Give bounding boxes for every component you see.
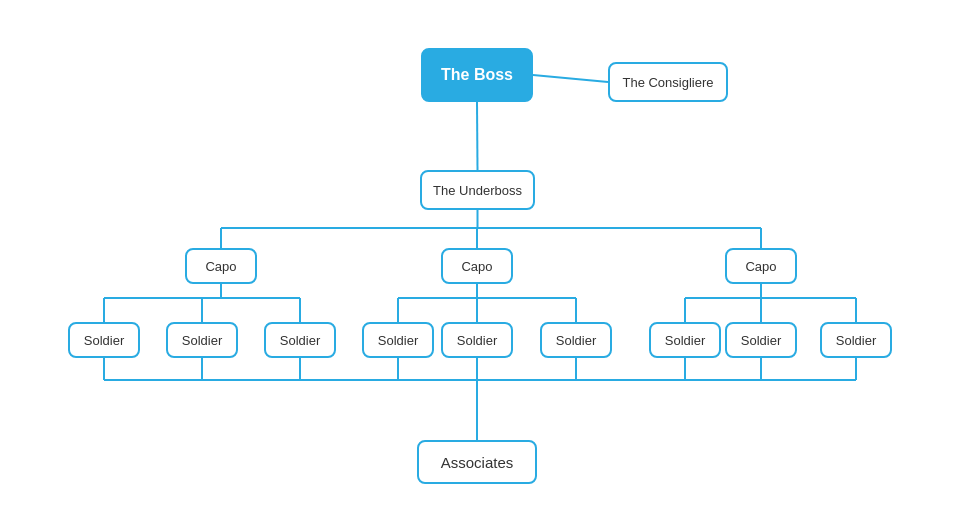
soldier-rm-node: Soldier: [725, 322, 797, 358]
capo-right-node: Capo: [725, 248, 797, 284]
capo-mid-node: Capo: [441, 248, 513, 284]
soldier-ml-node: Soldier: [362, 322, 434, 358]
svg-line-1: [477, 102, 478, 170]
soldier-rr-node: Soldier: [820, 322, 892, 358]
soldier-mm-node: Soldier: [441, 322, 513, 358]
consigliere-node: The Consigliere: [608, 62, 728, 102]
svg-line-0: [533, 75, 608, 82]
capo-left-node: Capo: [185, 248, 257, 284]
boss-node: The Boss: [421, 48, 533, 102]
soldier-rl-node: Soldier: [649, 322, 721, 358]
underboss-node: The Underboss: [420, 170, 535, 210]
associates-node: Associates: [417, 440, 537, 484]
soldier-lm-node: Soldier: [166, 322, 238, 358]
soldier-lr-node: Soldier: [264, 322, 336, 358]
soldier-mr-node: Soldier: [540, 322, 612, 358]
soldier-ll-node: Soldier: [68, 322, 140, 358]
